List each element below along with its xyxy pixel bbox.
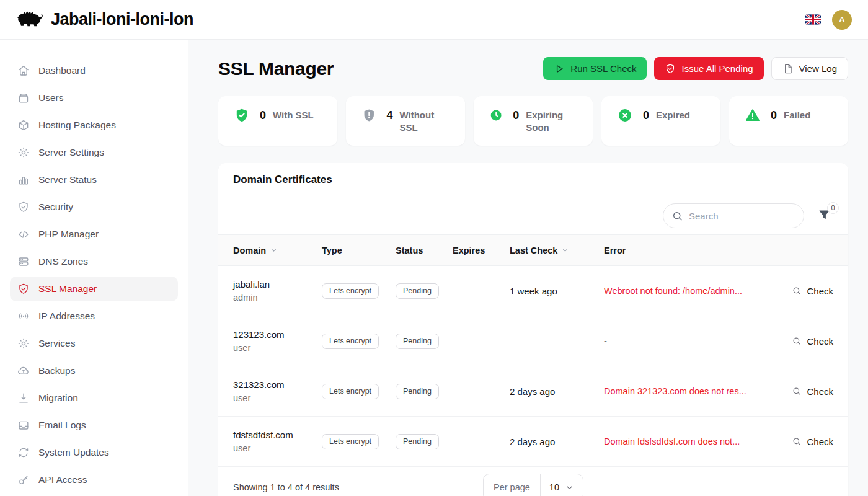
- stat-card-expired: 0 Expired: [601, 96, 720, 146]
- view-log-label: View Log: [799, 63, 837, 74]
- refresh-icon: [17, 446, 30, 459]
- run-ssl-check-button[interactable]: Run SSL Check: [543, 57, 647, 80]
- run-ssl-check-label: Run SSL Check: [570, 63, 636, 74]
- stat-card-failed: 0 Failed: [729, 96, 848, 146]
- stat-label: With SSL: [273, 109, 314, 122]
- sidebar-item-ip-addresses[interactable]: IP Addresses: [10, 304, 178, 329]
- brand: Jabali-loni-loni-lon: [16, 9, 193, 31]
- sidebar-item-system-updates[interactable]: System Updates: [10, 440, 178, 465]
- view-log-button[interactable]: View Log: [771, 57, 848, 80]
- domain-name: 123123.com: [233, 329, 322, 340]
- search-input[interactable]: [663, 203, 804, 228]
- table-row: 321323.com user Lets encrypt Pending 2 d…: [218, 366, 848, 417]
- sidebar-item-users[interactable]: Users: [10, 86, 178, 110]
- error-cell: Domain fdsfsdfdsf.com does not...: [604, 436, 781, 446]
- sidebar-item-label: Services: [38, 338, 75, 349]
- sidebar-item-migration[interactable]: Migration: [10, 386, 178, 410]
- download-icon: [17, 392, 30, 404]
- sidebar-item-services[interactable]: Services: [10, 331, 178, 356]
- sidebar-item-label: Dashboard: [38, 65, 86, 76]
- column-header-status: Status: [396, 246, 453, 255]
- table-row: fdsfsdfdsf.com user Lets encrypt Pending…: [218, 417, 848, 467]
- page-title: SSL Manager: [218, 58, 334, 79]
- sidebar-item-label: API Access: [38, 474, 87, 485]
- column-header-last-check[interactable]: Last Check: [510, 246, 604, 255]
- check-button[interactable]: Check: [792, 286, 833, 296]
- document-icon: [782, 63, 794, 74]
- stat-label: Failed: [784, 109, 810, 122]
- inbox-icon: [17, 419, 30, 432]
- chevron-down-icon: [270, 246, 278, 254]
- last-check-cell: 1 week ago: [510, 286, 604, 296]
- sidebar-item-dns-zones[interactable]: DNS Zones: [10, 249, 178, 274]
- gear-icon: [17, 337, 30, 350]
- sidebar-item-label: Users: [38, 92, 63, 104]
- top-bar: Jabali-loni-loni-lon A: [0, 0, 868, 40]
- table-row: jabali.lan admin Lets encrypt Pending 1 …: [218, 266, 848, 316]
- home-icon: [17, 64, 30, 77]
- table-header-row: Domain Type Status Expires Last Check Er…: [218, 235, 848, 266]
- last-check-cell: 2 days ago: [510, 386, 604, 397]
- type-badge: Lets encrypt: [322, 384, 379, 399]
- sidebar-item-label: Hosting Packages: [38, 120, 116, 131]
- stat-value: 0: [771, 108, 777, 123]
- column-header-domain[interactable]: Domain: [233, 246, 322, 255]
- sidebar-item-label: Server Settings: [38, 147, 104, 158]
- check-button[interactable]: Check: [792, 386, 833, 397]
- sidebar-item-dashboard[interactable]: Dashboard: [10, 58, 178, 83]
- status-badge: Pending: [396, 283, 439, 299]
- cube-icon: [17, 119, 30, 131]
- status-badge: Pending: [396, 384, 439, 399]
- chevron-down-icon: [561, 246, 569, 254]
- domain-user: user: [233, 393, 322, 403]
- sidebar-item-hosting-packages[interactable]: Hosting Packages: [10, 113, 178, 138]
- issue-all-pending-button[interactable]: Issue All Pending: [654, 57, 763, 80]
- sidebar-item-label: Server Status: [38, 174, 97, 185]
- code-icon: [17, 228, 30, 241]
- issue-all-pending-label: Issue All Pending: [681, 63, 753, 74]
- sidebar: Dashboard Users Hosting Packages Server …: [0, 40, 188, 496]
- sidebar-item-label: Email Logs: [38, 420, 86, 431]
- broadcast-icon: [17, 310, 30, 322]
- filter-button[interactable]: 0: [818, 208, 831, 224]
- status-badge: Pending: [396, 334, 439, 349]
- shield-check-icon: [665, 63, 676, 74]
- uk-flag-icon[interactable]: [805, 14, 821, 25]
- error-cell: -: [604, 336, 781, 346]
- domain-name: fdsfsdfdsf.com: [233, 430, 322, 440]
- shield-check-icon: [17, 283, 30, 295]
- server-stack-icon: [17, 255, 30, 268]
- check-button[interactable]: Check: [792, 336, 833, 347]
- type-badge: Lets encrypt: [322, 334, 379, 349]
- check-button[interactable]: Check: [792, 436, 833, 447]
- per-page-label: Per page: [484, 482, 540, 492]
- stats-row: 0 With SSL 4 Without SSL 0 Expiring Soon…: [218, 96, 848, 146]
- bar-chart-icon: [17, 174, 30, 186]
- magnifier-icon: [792, 436, 802, 446]
- sidebar-item-backups[interactable]: Backups: [10, 358, 178, 383]
- magnifier-icon: [792, 386, 802, 396]
- per-page-select[interactable]: Per page 10: [483, 474, 583, 496]
- cloud-upload-icon: [17, 365, 30, 377]
- boar-icon: [16, 9, 45, 31]
- sidebar-item-email-logs[interactable]: Email Logs: [10, 413, 178, 438]
- column-header-type: Type: [322, 246, 396, 255]
- x-circle-filled-icon: [618, 108, 632, 123]
- sidebar-item-ssl-manager[interactable]: SSL Manager: [10, 277, 178, 301]
- stat-card-expiring-soon: 0 Expiring Soon: [474, 96, 593, 146]
- sidebar-item-php-manager[interactable]: PHP Manager: [10, 222, 178, 247]
- table-row: 123123.com user Lets encrypt Pending - C…: [218, 316, 848, 366]
- table-footer: Showing 1 to 4 of 4 results Per page 10: [218, 467, 848, 496]
- sidebar-item-server-settings[interactable]: Server Settings: [10, 140, 178, 165]
- chevron-down-icon: [565, 483, 574, 492]
- sidebar-item-api-access[interactable]: API Access: [10, 467, 178, 492]
- sidebar-item-security[interactable]: Security: [10, 195, 178, 219]
- avatar[interactable]: A: [832, 10, 852, 30]
- stat-value: 0: [260, 108, 266, 123]
- stat-card-without-ssl: 4 Without SSL: [346, 96, 465, 146]
- sidebar-item-server-status[interactable]: Server Status: [10, 167, 178, 192]
- sidebar-item-label: Backups: [38, 365, 75, 376]
- column-header-error: Error: [604, 246, 781, 255]
- clock-filled-icon: [490, 108, 502, 123]
- domain-name: jabali.lan: [233, 279, 322, 290]
